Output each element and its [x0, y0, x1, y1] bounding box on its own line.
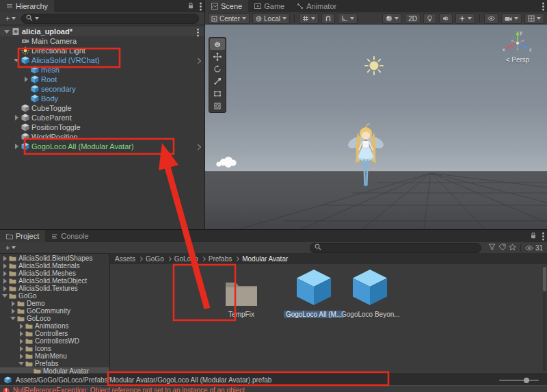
foldout-closed-icon[interactable] [12, 142, 21, 151]
lock-icon[interactable] [187, 2, 194, 11]
hierarchy-item[interactable]: AliciaSolid (VRChat) [0, 55, 204, 65]
foldout-closed-icon[interactable] [18, 322, 25, 330]
search-by-type-icon[interactable] [488, 244, 496, 252]
project-tree-item[interactable]: ControllersWD [0, 337, 109, 345]
create-object-button[interactable]: + [3, 14, 18, 23]
scene-menu-icon[interactable] [197, 31, 199, 34]
project-tree-item[interactable]: AliciaSolid.Textures [0, 285, 109, 292]
snap-magnet-button[interactable] [321, 13, 335, 24]
project-tree-item[interactable]: AliciaSolid.Materials [0, 262, 109, 270]
hierarchy-item[interactable]: mesh [0, 65, 204, 75]
foldout-closed-icon[interactable] [10, 300, 16, 307]
tab-game[interactable]: Game [248, 0, 291, 12]
foldout-closed-icon[interactable] [2, 262, 8, 270]
foldout-closed-icon[interactable] [18, 352, 25, 360]
vertical-scrollbar[interactable] [543, 265, 546, 371]
hand-tool-button[interactable] [210, 38, 225, 50]
project-tree-item[interactable]: AliciaSolid.Meshes [0, 270, 109, 277]
foldout-open-icon[interactable] [10, 315, 16, 322]
shading-mode-dropdown[interactable] [382, 13, 402, 24]
foldout-closed-icon[interactable] [22, 75, 30, 84]
tab-console[interactable]: Console [45, 230, 94, 242]
project-tree-item[interactable]: Demo [0, 300, 109, 307]
search-by-label-icon[interactable] [498, 244, 506, 252]
scene-lighting-toggle[interactable] [423, 13, 436, 24]
hidden-objects-count[interactable]: 31 [525, 244, 543, 252]
foldout-closed-icon[interactable] [18, 337, 25, 345]
breadcrumb-item[interactable]: Modular Avatar [242, 255, 288, 263]
panel-menu-icon[interactable] [542, 235, 544, 237]
cloud[interactable] [216, 157, 236, 168]
open-prefab-chevron[interactable] [195, 144, 200, 149]
icon-size-slider[interactable] [499, 380, 539, 381]
project-tree-item[interactable]: GoCommunity [0, 307, 109, 315]
hierarchy-search[interactable] [21, 14, 199, 24]
create-asset-button[interactable]: + [3, 244, 18, 252]
slider-knob[interactable] [524, 378, 529, 383]
project-tree-item[interactable]: GoLoco [0, 315, 109, 322]
panel-menu-icon[interactable] [200, 5, 202, 8]
scene-audio-toggle[interactable] [439, 13, 453, 24]
breadcrumb-item[interactable]: Assets [115, 255, 135, 263]
console-status-bar[interactable]: NullReferenceException: Object reference… [0, 385, 547, 392]
move-tool-button[interactable] [210, 51, 225, 62]
sun-gizmo[interactable] [365, 57, 383, 75]
hierarchy-item[interactable]: Main Camera [0, 36, 204, 46]
foldout-closed-icon[interactable] [12, 113, 21, 122]
hierarchy-item[interactable]: WorldPosition [0, 132, 204, 142]
orientation-gizmo[interactable]: y x z [503, 30, 532, 52]
tab-project[interactable]: Project [0, 230, 45, 242]
foldout-closed-icon[interactable] [18, 330, 25, 337]
foldout-open-icon[interactable] [12, 55, 21, 65]
project-tree-item[interactable]: Animations [0, 322, 109, 330]
panel-menu-icon[interactable] [542, 5, 544, 8]
hierarchy-item[interactable]: CubeToggle [0, 103, 204, 113]
rect-tool-button[interactable] [210, 88, 225, 99]
scale-tool-button[interactable] [210, 75, 225, 87]
tab-animator[interactable]: Animator [291, 0, 343, 12]
hierarchy-item[interactable]: Root [0, 75, 204, 84]
breadcrumb-item[interactable]: GoLoco [174, 255, 198, 263]
projection-mode-label[interactable]: < Persp [495, 56, 540, 64]
hierarchy-search-input[interactable] [41, 15, 194, 23]
tool-handle-rotation-dropdown[interactable]: Local [252, 13, 290, 24]
project-tree-item[interactable]: Prefabs [0, 360, 109, 367]
hierarchy-item[interactable]: alicia_upload* [0, 27, 204, 36]
project-tree-item[interactable]: Controllers [0, 330, 109, 337]
scrollbar-thumb[interactable] [543, 267, 546, 291]
tool-handle-position-dropdown[interactable]: Center [208, 13, 250, 24]
avatar-model[interactable] [346, 124, 386, 187]
foldout-open-icon[interactable] [18, 360, 25, 367]
foldout-closed-icon[interactable] [2, 277, 8, 285]
project-search-input[interactable] [323, 244, 477, 252]
foldout-closed-icon[interactable] [18, 345, 25, 352]
foldout-open-icon[interactable] [2, 292, 8, 300]
project-search[interactable] [310, 243, 481, 253]
project-grid-item[interactable]: GogoLoco All (M... [285, 267, 343, 318]
project-grid-item[interactable]: TempFix [219, 267, 263, 318]
foldout-open-icon[interactable] [3, 27, 11, 36]
open-prefab-chevron[interactable] [195, 57, 200, 63]
project-tree-item[interactable]: GoGo [0, 292, 109, 300]
project-tree-item[interactable]: AliciaSolid.MetaObject [0, 277, 109, 285]
transform-tool-button[interactable] [210, 100, 225, 112]
rotate-tool-button[interactable] [210, 63, 225, 75]
project-tree-item[interactable]: MainMenu [0, 352, 109, 360]
hierarchy-item[interactable]: GogoLoco All (Modular Avatar) [0, 142, 204, 151]
scene-viewport[interactable]: y x z < Persp [205, 25, 547, 229]
lock-icon[interactable] [530, 232, 537, 241]
foldout-closed-icon[interactable] [2, 285, 8, 292]
snap-increment-dropdown[interactable] [338, 13, 358, 24]
scene-visibility-toggle[interactable] [484, 13, 498, 24]
foldout-closed-icon[interactable] [2, 254, 8, 262]
project-grid-item[interactable]: GogoLoco Beyon... [341, 267, 399, 318]
project-tree-item[interactable]: AliciaSolid.BlendShapes [0, 254, 109, 262]
hierarchy-item[interactable]: secondary [0, 84, 204, 94]
grid-visibility-dropdown[interactable] [299, 13, 319, 24]
asset-grid[interactable]: TempFixGogoLoco All (M...GogoLoco Beyon.… [110, 264, 547, 374]
hierarchy-item[interactable]: PositionToggle [0, 122, 204, 132]
hierarchy-item[interactable]: Directional Light [0, 46, 204, 55]
hierarchy-item[interactable]: Body [0, 94, 204, 103]
gizmos-dropdown[interactable] [524, 13, 544, 24]
project-tree-item[interactable]: Icons [0, 345, 109, 352]
